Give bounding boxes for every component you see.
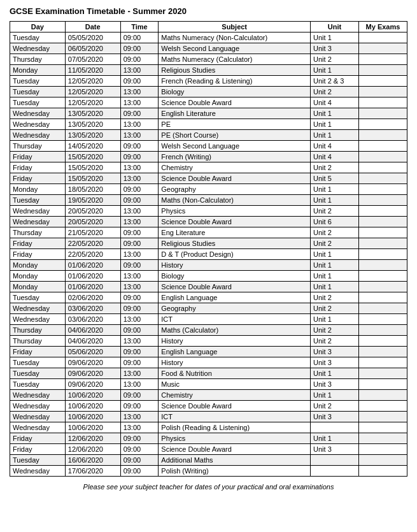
table-row: Thursday04/06/202009:00Maths (Calculator… (10, 325, 407, 336)
table-cell (358, 65, 407, 76)
table-cell: 05/06/2020 (65, 347, 120, 357)
table-cell: Science Double Award (159, 97, 311, 108)
table-row: Thursday14/05/202009:00Welsh Second Lang… (10, 141, 407, 152)
table-cell (358, 368, 407, 379)
table-row: Wednesday10/06/202009:00ChemistryUnit 1 (10, 390, 407, 401)
table-cell: Maths (Non-Calculator) (159, 195, 311, 206)
table-row: Wednesday03/06/202009:00GeographyUnit 2 (10, 303, 407, 314)
table-cell: 09:00 (120, 260, 159, 271)
table-row: Monday18/05/202009:00GeographyUnit 1 (10, 184, 407, 195)
table-cell: Unit 4 (311, 141, 359, 152)
table-cell: 13:00 (120, 379, 159, 390)
table-cell: Unit 2 & 3 (311, 76, 359, 87)
table-cell (358, 325, 407, 336)
table-cell: 13:00 (120, 206, 159, 217)
table-cell (358, 195, 407, 206)
table-cell: 09:00 (120, 444, 159, 455)
table-cell: Unit 5 (311, 173, 359, 184)
table-cell: 13:00 (120, 217, 159, 227)
table-cell: Unit 6 (311, 217, 359, 227)
table-cell (358, 152, 407, 162)
table-cell: Tuesday (10, 32, 66, 43)
table-cell (358, 271, 407, 282)
table-cell: PE (159, 119, 311, 130)
table-row: Tuesday12/05/202013:00BiologyUnit 2 (10, 87, 407, 97)
table-cell: 09:00 (120, 455, 159, 466)
table-row: Thursday21/05/202009:00Eng LiteratureUni… (10, 227, 407, 238)
table-cell: Physics (159, 433, 311, 444)
table-cell: Tuesday (10, 76, 66, 87)
table-row: Wednesday13/05/202013:00PE (Short Course… (10, 130, 407, 141)
table-cell: Religious Studies (159, 65, 311, 76)
table-cell: Unit 1 (311, 368, 359, 379)
table-cell: 09/06/2020 (65, 379, 120, 390)
table-cell: D & T (Product Design) (159, 249, 311, 260)
table-cell: Maths Numeracy (Non-Calculator) (159, 32, 311, 43)
table-cell: Friday (10, 152, 66, 162)
table-row: Monday11/05/202013:00Religious StudiesUn… (10, 65, 407, 76)
table-cell: 09/06/2020 (65, 368, 120, 379)
table-cell: Polish (Reading & Listening) (159, 422, 311, 433)
table-cell: 14/05/2020 (65, 141, 120, 152)
table-cell: 13:00 (120, 336, 159, 347)
table-cell: 12/06/2020 (65, 433, 120, 444)
table-cell: 22/05/2020 (65, 238, 120, 249)
table-row: Tuesday02/06/202009:00English LanguageUn… (10, 292, 407, 303)
table-row: Wednesday13/05/202013:00PEUnit 1 (10, 119, 407, 130)
table-cell: Unit 1 (311, 184, 359, 195)
table-cell: Wednesday (10, 43, 66, 54)
table-cell: 11/05/2020 (65, 65, 120, 76)
table-cell: 17/06/2020 (65, 466, 120, 477)
table-cell (358, 260, 407, 271)
table-cell: History (159, 260, 311, 271)
table-row: Friday12/06/202009:00Science Double Awar… (10, 444, 407, 455)
table-cell: Wednesday (10, 412, 66, 422)
table-cell: 09:00 (120, 401, 159, 412)
table-cell: 13:00 (120, 314, 159, 325)
table-cell: Unit 3 (311, 347, 359, 357)
table-cell: 04/06/2020 (65, 336, 120, 347)
table-row: Wednesday20/05/202013:00PhysicsUnit 2 (10, 206, 407, 217)
table-cell: 01/06/2020 (65, 260, 120, 271)
table-row: Wednesday13/05/202009:00English Literatu… (10, 108, 407, 119)
table-cell: 01/06/2020 (65, 282, 120, 292)
table-cell: Tuesday (10, 97, 66, 108)
table-cell: Wednesday (10, 422, 66, 433)
table-cell: 12/06/2020 (65, 444, 120, 455)
table-cell: Tuesday (10, 368, 66, 379)
table-cell (358, 76, 407, 87)
table-cell (358, 412, 407, 422)
table-cell (358, 249, 407, 260)
table-cell: 09:00 (120, 195, 159, 206)
table-cell: Geography (159, 303, 311, 314)
table-cell (358, 217, 407, 227)
table-cell (358, 206, 407, 217)
table-cell: Science Double Award (159, 401, 311, 412)
table-cell (358, 379, 407, 390)
table-cell: 09:00 (120, 76, 159, 87)
table-row: Wednesday10/06/202009:00Science Double A… (10, 401, 407, 412)
table-cell: Unit 2 (311, 206, 359, 217)
table-cell: PE (Short Course) (159, 130, 311, 141)
table-row: Thursday04/06/202013:00HistoryUnit 2 (10, 336, 407, 347)
table-cell: Thursday (10, 336, 66, 347)
table-cell: Unit 3 (311, 444, 359, 455)
table-row: Friday05/06/202009:00English LanguageUni… (10, 347, 407, 357)
table-cell: Tuesday (10, 195, 66, 206)
table-cell: 09:00 (120, 292, 159, 303)
table-cell: Unit 2 (311, 325, 359, 336)
table-row: Friday15/05/202013:00ChemistryUnit 2 (10, 162, 407, 173)
table-row: Wednesday20/05/202013:00Science Double A… (10, 217, 407, 227)
table-cell (358, 282, 407, 292)
table-cell: 20/05/2020 (65, 217, 120, 227)
table-cell: Unit 1 (311, 119, 359, 130)
table-row: Friday15/05/202009:00French (Writing)Uni… (10, 152, 407, 162)
table-cell: 13:00 (120, 271, 159, 282)
table-row: Wednesday10/06/202013:00Polish (Reading … (10, 422, 407, 433)
table-cell: Unit 2 (311, 303, 359, 314)
table-cell: Thursday (10, 54, 66, 65)
table-cell: Eng Literature (159, 227, 311, 238)
table-cell: Food & Nutrition (159, 368, 311, 379)
table-cell (358, 314, 407, 325)
table-cell: 09:00 (120, 184, 159, 195)
